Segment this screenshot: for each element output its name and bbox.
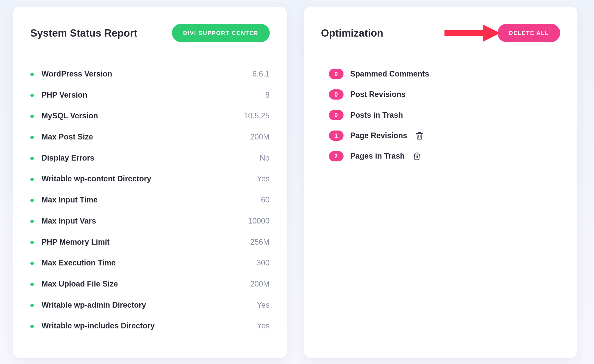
count-badge: 1	[329, 131, 343, 141]
status-item: Writable wp-includes DirectoryYes	[30, 316, 270, 337]
status-dot-icon	[30, 114, 34, 118]
status-dot-icon	[30, 240, 34, 244]
status-value: Yes	[257, 175, 270, 184]
status-label: Max Execution Time	[42, 258, 257, 267]
optimization-item: 0Posts in Trash	[329, 105, 560, 125]
status-title: System Status Report	[30, 27, 137, 39]
status-value: Yes	[257, 301, 270, 310]
status-value: No	[260, 154, 270, 163]
status-item: PHP Version8	[30, 85, 270, 106]
status-item: Writable wp-content DirectoryYes	[30, 168, 270, 190]
status-label: MySQL Version	[42, 112, 244, 121]
status-value: 10000	[248, 217, 270, 226]
optimization-label: Posts in Trash	[350, 110, 403, 119]
optimization-item: 0Post Revisions	[329, 84, 560, 105]
status-item: PHP Memory Limit256M	[30, 232, 270, 253]
status-dot-icon	[30, 136, 34, 139]
status-item: Max Upload File Size200M	[30, 274, 270, 295]
status-list: WordPress Version6.6.1PHP Version8MySQL …	[30, 64, 270, 337]
status-value: 200M	[250, 280, 270, 288]
status-value: 8	[265, 91, 270, 100]
delete-all-button[interactable]: DELETE ALL	[498, 24, 560, 42]
status-dot-icon	[30, 324, 34, 328]
system-status-card: System Status Report DIVI SUPPORT CENTER…	[13, 7, 287, 358]
status-dot-icon	[30, 93, 34, 97]
status-value: Yes	[257, 321, 270, 330]
trash-icon[interactable]	[415, 131, 424, 140]
status-dot-icon	[30, 261, 34, 265]
trash-icon[interactable]	[412, 152, 421, 161]
status-dot-icon	[30, 73, 34, 76]
status-item: Max Post Size200M	[30, 127, 270, 148]
divi-support-center-button[interactable]: DIVI SUPPORT CENTER	[172, 24, 270, 42]
status-value: 10.5.25	[244, 112, 270, 121]
count-badge: 0	[329, 110, 343, 120]
status-label: Display Errors	[42, 154, 260, 163]
optimization-title: Optimization	[321, 27, 383, 39]
status-label: Writable wp-includes Directory	[42, 321, 257, 330]
optimization-item: 2Pages in Trash	[329, 146, 560, 166]
status-label: Max Post Size	[42, 133, 250, 141]
status-label: Max Input Time	[42, 196, 261, 204]
optimization-label: Spammed Comments	[350, 69, 429, 78]
status-card-header: System Status Report DIVI SUPPORT CENTER	[30, 24, 270, 42]
status-dot-icon	[30, 156, 34, 160]
status-dot-icon	[30, 303, 34, 307]
status-label: Max Input Vars	[42, 217, 248, 226]
status-dot-icon	[30, 283, 34, 286]
optimization-label: Pages in Trash	[350, 152, 405, 161]
count-badge: 0	[329, 89, 343, 100]
status-item: Max Execution Time300	[30, 253, 270, 274]
status-item: MySQL Version10.5.25	[30, 106, 270, 127]
optimization-label: Post Revisions	[350, 90, 406, 99]
status-value: 200M	[250, 133, 270, 141]
status-dot-icon	[30, 219, 34, 223]
status-label: Writable wp-content Directory	[42, 175, 257, 184]
count-badge: 2	[329, 151, 343, 161]
status-label: WordPress Version	[42, 70, 252, 78]
status-label: Writable wp-admin Directory	[42, 301, 257, 310]
status-item: Writable wp-admin DirectoryYes	[30, 295, 270, 316]
optimization-item: 0Spammed Comments	[329, 64, 560, 84]
status-label: PHP Memory Limit	[42, 238, 250, 247]
status-dot-icon	[30, 198, 34, 202]
status-label: Max Upload File Size	[42, 280, 250, 288]
status-label: PHP Version	[42, 91, 265, 100]
optimization-list: 0Spammed Comments0Post Revisions0Posts i…	[321, 64, 560, 167]
optimization-card-header: Optimization DELETE ALL	[321, 24, 560, 42]
status-value: 256M	[250, 238, 270, 247]
optimization-label: Page Revisions	[350, 131, 407, 140]
status-item: Display ErrorsNo	[30, 148, 270, 169]
status-value: 300	[257, 258, 270, 267]
optimization-card: Optimization DELETE ALL 0Spammed Comment…	[304, 7, 578, 358]
status-dot-icon	[30, 177, 34, 181]
status-value: 6.6.1	[252, 70, 270, 78]
status-item: WordPress Version6.6.1	[30, 64, 270, 85]
status-item: Max Input Time60	[30, 190, 270, 211]
annotation-arrow-icon	[445, 22, 500, 44]
optimization-item: 1Page Revisions	[329, 125, 560, 146]
count-badge: 0	[329, 69, 343, 79]
status-item: Max Input Vars10000	[30, 211, 270, 232]
status-value: 60	[261, 196, 270, 204]
